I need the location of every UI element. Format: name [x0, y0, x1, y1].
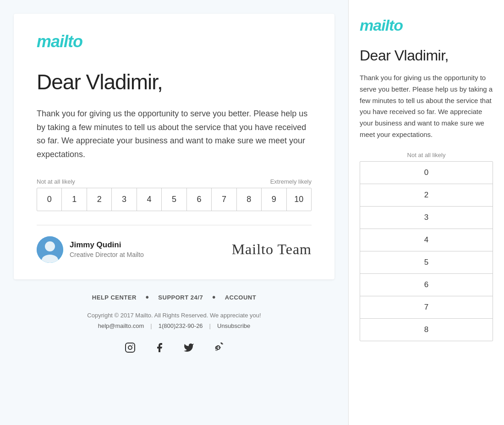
greeting-left: Dear Vladimir,	[37, 70, 312, 94]
scale-list-item-4[interactable]: 4	[360, 229, 493, 251]
footer-sep-2: |	[209, 322, 211, 329]
scale-cell-1[interactable]: 1	[62, 188, 87, 211]
scale-list-item-5[interactable]: 5	[360, 251, 493, 274]
scale-label-right: Not at all likely	[360, 152, 493, 158]
scale-label-left: Not at all likely	[37, 178, 75, 185]
scale-row: 012345678910	[37, 188, 312, 211]
sender-name: Jimmy Qudini	[70, 240, 144, 250]
footer-link-account[interactable]: ACCOUNT	[225, 294, 257, 301]
logo-right: mailto	[360, 16, 493, 34]
scale-list-item-3[interactable]: 3	[360, 207, 493, 229]
facebook-icon[interactable]	[154, 342, 165, 356]
footer-email[interactable]: help@mailto.com	[98, 322, 144, 329]
footer-nav: HELP CENTER • SUPPORT 24/7 • ACCOUNT	[14, 292, 334, 303]
footer-sep-1: |	[150, 322, 152, 329]
sender-title: Creative Director at Mailto	[70, 251, 144, 258]
footer-dot-2: •	[212, 292, 216, 303]
footer-phone[interactable]: 1(800)232-90-26	[159, 322, 203, 329]
body-text-left: Thank you for giving us the opportunity …	[37, 107, 312, 162]
scale-cell-4[interactable]: 4	[137, 188, 162, 211]
email-card: mailto Dear Vladimir, Thank you for givi…	[14, 14, 334, 279]
scale-list-item-2[interactable]: 2	[360, 184, 493, 207]
sender-row: Jimmy Qudini Creative Director at Mailto…	[37, 236, 312, 279]
scale-list-item-6[interactable]: 6	[360, 274, 493, 296]
footer-link-help[interactable]: HELP CENTER	[92, 294, 137, 301]
right-panel: mailto Dear Vladimir, Thank you for givi…	[348, 0, 504, 425]
svg-point-5	[132, 344, 133, 345]
google-plus-icon[interactable]: g+	[213, 342, 224, 356]
avatar	[37, 236, 63, 263]
scale-cell-0[interactable]: 0	[37, 188, 62, 211]
logo-left: mailto	[37, 32, 312, 51]
scale-cell-6[interactable]: 6	[187, 188, 212, 211]
signature: Mailto Team	[232, 241, 312, 258]
footer-copyright: Copyright © 2017 Mailto. All Rights Rese…	[14, 312, 334, 319]
left-panel: mailto Dear Vladimir, Thank you for givi…	[0, 0, 348, 425]
social-icons: g+	[14, 342, 334, 356]
body-text-right: Thank you for giving us the opportunity …	[360, 72, 493, 141]
scale-labels: Not at all likely Extremely likely	[37, 178, 312, 185]
sender-details: Jimmy Qudini Creative Director at Mailto	[70, 240, 144, 258]
scale-cell-9[interactable]: 9	[262, 188, 286, 211]
footer: HELP CENTER • SUPPORT 24/7 • ACCOUNT Cop…	[14, 279, 334, 370]
scale-cell-7[interactable]: 7	[212, 188, 236, 211]
scale-list: 02345678	[360, 161, 493, 341]
twitter-icon[interactable]	[183, 342, 194, 356]
scale-label-right: Extremely likely	[270, 178, 312, 185]
footer-dot-1: •	[146, 292, 149, 303]
sender-info: Jimmy Qudini Creative Director at Mailto	[37, 236, 144, 263]
svg-point-1	[45, 241, 55, 251]
divider	[37, 225, 312, 225]
scale-cell-3[interactable]: 3	[112, 188, 137, 211]
footer-contact: help@mailto.com | 1(800)232-90-26 | Unsu…	[14, 322, 334, 329]
instagram-icon[interactable]	[125, 342, 136, 356]
scale-cell-2[interactable]: 2	[87, 188, 112, 211]
scale-cell-10[interactable]: 10	[287, 188, 311, 211]
footer-link-support[interactable]: SUPPORT 24/7	[158, 294, 203, 301]
greeting-right: Dear Vladimir,	[360, 47, 493, 64]
scale-cell-5[interactable]: 5	[162, 188, 186, 211]
svg-rect-3	[126, 343, 135, 352]
footer-unsubscribe[interactable]: Unsubscribe	[217, 322, 250, 329]
scale-list-item-7[interactable]: 7	[360, 296, 493, 319]
scale-list-item-0[interactable]: 0	[360, 162, 493, 184]
scale-cell-8[interactable]: 8	[237, 188, 262, 211]
svg-text:g+: g+	[215, 344, 221, 351]
svg-point-4	[128, 346, 132, 349]
scale-list-item-8[interactable]: 8	[360, 319, 493, 341]
